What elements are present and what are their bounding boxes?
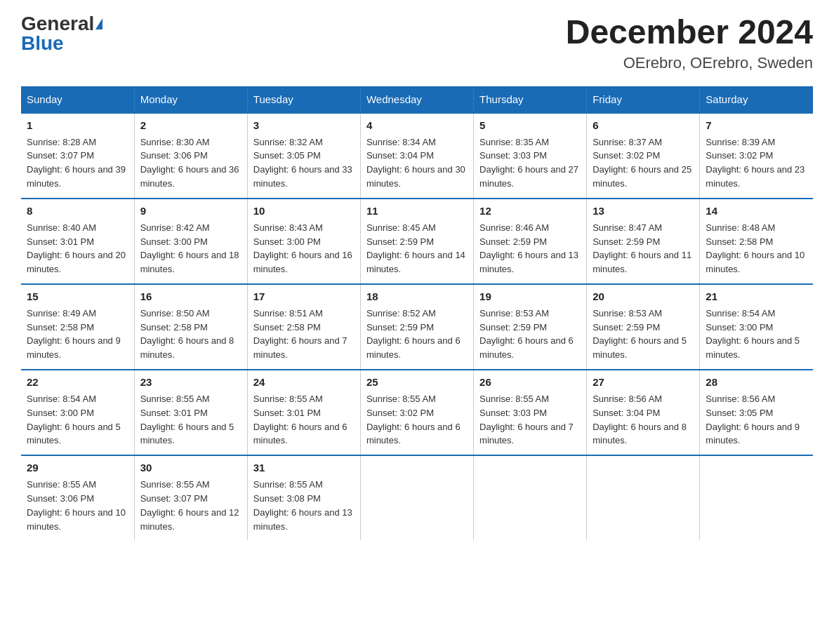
day-cell: 27Sunrise: 8:56 AMSunset: 3:04 PMDayligh…: [587, 370, 700, 455]
day-number: 23: [140, 375, 241, 390]
day-number: 21: [706, 289, 807, 304]
day-info: Sunrise: 8:43 AMSunset: 3:00 PMDaylight:…: [253, 222, 352, 275]
header-sunday: Sunday: [21, 86, 134, 113]
header-wednesday: Wednesday: [360, 86, 473, 113]
header-monday: Monday: [134, 86, 247, 113]
week-row-2: 8Sunrise: 8:40 AMSunset: 3:01 PMDaylight…: [21, 199, 813, 284]
day-cell: 10Sunrise: 8:43 AMSunset: 3:00 PMDayligh…: [247, 199, 360, 284]
day-info: Sunrise: 8:54 AMSunset: 3:00 PMDaylight:…: [706, 308, 800, 361]
day-number: 24: [253, 375, 355, 390]
day-info: Sunrise: 8:54 AMSunset: 3:00 PMDaylight:…: [27, 394, 121, 446]
day-info: Sunrise: 8:34 AMSunset: 3:04 PMDaylight:…: [366, 137, 465, 189]
day-number: 19: [479, 289, 581, 304]
calendar-table: SundayMondayTuesdayWednesdayThursdayFrid…: [21, 86, 813, 541]
day-cell: 16Sunrise: 8:50 AMSunset: 2:58 PMDayligh…: [134, 284, 247, 370]
day-number: 30: [140, 460, 241, 476]
day-number: 22: [27, 375, 128, 390]
day-info: Sunrise: 8:51 AMSunset: 2:58 PMDaylight:…: [253, 308, 348, 361]
day-cell: 31Sunrise: 8:55 AMSunset: 3:08 PMDayligh…: [247, 455, 360, 540]
header-thursday: Thursday: [474, 86, 587, 113]
day-number: 10: [253, 203, 355, 219]
day-number: 27: [593, 375, 694, 390]
day-number: 20: [593, 289, 694, 304]
day-info: Sunrise: 8:40 AMSunset: 3:01 PMDaylight:…: [27, 222, 126, 275]
day-cell: [474, 455, 587, 540]
day-cell: 4Sunrise: 8:34 AMSunset: 3:04 PMDaylight…: [360, 113, 473, 199]
day-info: Sunrise: 8:55 AMSunset: 3:01 PMDaylight:…: [140, 394, 234, 446]
logo: General Blue: [21, 14, 102, 53]
day-info: Sunrise: 8:30 AMSunset: 3:06 PMDaylight:…: [140, 137, 239, 189]
logo-general-text: General: [21, 14, 94, 34]
title-block: December 2024 OErebro, OErebro, Sweden: [566, 14, 813, 72]
day-number: 15: [27, 289, 128, 304]
week-row-1: 1Sunrise: 8:28 AMSunset: 3:07 PMDaylight…: [21, 113, 813, 199]
day-cell: 1Sunrise: 8:28 AMSunset: 3:07 PMDaylight…: [21, 113, 134, 199]
day-cell: 25Sunrise: 8:55 AMSunset: 3:02 PMDayligh…: [360, 370, 473, 455]
day-cell: 14Sunrise: 8:48 AMSunset: 2:58 PMDayligh…: [700, 199, 813, 284]
day-number: 3: [253, 118, 355, 133]
day-number: 12: [479, 203, 581, 219]
page-header: General Blue December 2024 OErebro, OEre…: [21, 14, 813, 72]
day-info: Sunrise: 8:42 AMSunset: 3:00 PMDaylight:…: [140, 222, 239, 275]
day-number: 18: [366, 289, 468, 304]
day-number: 8: [27, 203, 128, 219]
day-cell: [700, 455, 813, 540]
day-cell: 13Sunrise: 8:47 AMSunset: 2:59 PMDayligh…: [587, 199, 700, 284]
week-row-4: 22Sunrise: 8:54 AMSunset: 3:00 PMDayligh…: [21, 370, 813, 455]
day-info: Sunrise: 8:55 AMSunset: 3:01 PMDaylight:…: [253, 394, 348, 446]
day-info: Sunrise: 8:52 AMSunset: 2:59 PMDaylight:…: [366, 308, 461, 361]
day-number: 7: [706, 118, 807, 133]
day-number: 5: [479, 118, 581, 133]
day-number: 4: [366, 118, 468, 133]
day-number: 17: [253, 289, 355, 304]
day-cell: 17Sunrise: 8:51 AMSunset: 2:58 PMDayligh…: [247, 284, 360, 370]
day-number: 1: [27, 118, 128, 133]
day-cell: [360, 455, 473, 540]
day-cell: 19Sunrise: 8:53 AMSunset: 2:59 PMDayligh…: [474, 284, 587, 370]
day-cell: 23Sunrise: 8:55 AMSunset: 3:01 PMDayligh…: [134, 370, 247, 455]
day-cell: 22Sunrise: 8:54 AMSunset: 3:00 PMDayligh…: [21, 370, 134, 455]
day-cell: 5Sunrise: 8:35 AMSunset: 3:03 PMDaylight…: [474, 113, 587, 199]
day-info: Sunrise: 8:50 AMSunset: 2:58 PMDaylight:…: [140, 308, 234, 361]
day-cell: 26Sunrise: 8:55 AMSunset: 3:03 PMDayligh…: [474, 370, 587, 455]
week-row-3: 15Sunrise: 8:49 AMSunset: 2:58 PMDayligh…: [21, 284, 813, 370]
day-number: 13: [593, 203, 694, 219]
day-info: Sunrise: 8:35 AMSunset: 3:03 PMDaylight:…: [479, 137, 578, 189]
day-cell: 11Sunrise: 8:45 AMSunset: 2:59 PMDayligh…: [360, 199, 473, 284]
logo-blue-text: Blue: [21, 34, 64, 53]
header-saturday: Saturday: [700, 86, 813, 113]
day-number: 26: [479, 375, 581, 390]
logo-triangle-icon: [95, 18, 102, 29]
day-cell: 18Sunrise: 8:52 AMSunset: 2:59 PMDayligh…: [360, 284, 473, 370]
day-info: Sunrise: 8:46 AMSunset: 2:59 PMDaylight:…: [479, 222, 578, 275]
week-row-5: 29Sunrise: 8:55 AMSunset: 3:06 PMDayligh…: [21, 455, 813, 540]
day-info: Sunrise: 8:32 AMSunset: 3:05 PMDaylight:…: [253, 137, 352, 189]
day-number: 6: [593, 118, 694, 133]
location-subtitle: OErebro, OErebro, Sweden: [566, 54, 813, 72]
day-cell: 12Sunrise: 8:46 AMSunset: 2:59 PMDayligh…: [474, 199, 587, 284]
day-cell: 9Sunrise: 8:42 AMSunset: 3:00 PMDaylight…: [134, 199, 247, 284]
day-info: Sunrise: 8:55 AMSunset: 3:07 PMDaylight:…: [140, 479, 239, 532]
day-number: 16: [140, 289, 241, 304]
day-number: 14: [706, 203, 807, 219]
day-info: Sunrise: 8:48 AMSunset: 2:58 PMDaylight:…: [706, 222, 805, 275]
day-number: 9: [140, 203, 241, 219]
day-number: 25: [366, 375, 468, 390]
day-info: Sunrise: 8:55 AMSunset: 3:08 PMDaylight:…: [253, 479, 352, 532]
day-number: 11: [366, 203, 468, 219]
day-cell: 6Sunrise: 8:37 AMSunset: 3:02 PMDaylight…: [587, 113, 700, 199]
day-cell: 30Sunrise: 8:55 AMSunset: 3:07 PMDayligh…: [134, 455, 247, 540]
day-number: 28: [706, 375, 807, 390]
day-info: Sunrise: 8:53 AMSunset: 2:59 PMDaylight:…: [479, 308, 574, 361]
day-cell: 24Sunrise: 8:55 AMSunset: 3:01 PMDayligh…: [247, 370, 360, 455]
day-cell: 8Sunrise: 8:40 AMSunset: 3:01 PMDaylight…: [21, 199, 134, 284]
day-cell: 7Sunrise: 8:39 AMSunset: 3:02 PMDaylight…: [700, 113, 813, 199]
day-info: Sunrise: 8:39 AMSunset: 3:02 PMDaylight:…: [706, 137, 805, 189]
day-info: Sunrise: 8:55 AMSunset: 3:06 PMDaylight:…: [27, 479, 126, 532]
day-cell: 2Sunrise: 8:30 AMSunset: 3:06 PMDaylight…: [134, 113, 247, 199]
calendar-header-row: SundayMondayTuesdayWednesdayThursdayFrid…: [21, 86, 813, 113]
main-title: December 2024: [566, 14, 813, 51]
day-info: Sunrise: 8:55 AMSunset: 3:03 PMDaylight:…: [479, 394, 574, 446]
day-info: Sunrise: 8:47 AMSunset: 2:59 PMDaylight:…: [593, 222, 691, 275]
header-friday: Friday: [587, 86, 700, 113]
